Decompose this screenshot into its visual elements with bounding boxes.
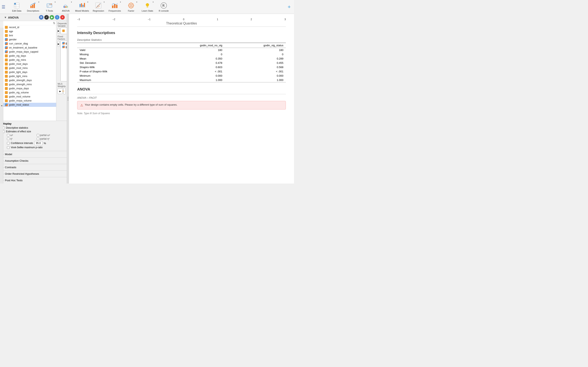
- post-hoc-header[interactable]: ▶ Post Hoc Tests: [0, 177, 67, 184]
- var-item[interactable]: age: [3, 29, 56, 33]
- toolbar-frequencies[interactable]: Frequencies ▼: [107, 0, 123, 13]
- table-cell-label: Shapiro-Wilk: [77, 65, 157, 69]
- regression-label: Regression: [93, 9, 104, 12]
- vovk-checkbox[interactable]: [7, 146, 9, 149]
- info-icon-btn[interactable]: i: [55, 15, 60, 20]
- intensity-descriptives-section: Intensity Descriptives Descriptive Stati…: [77, 31, 286, 82]
- dep-var-arrow-btn[interactable]: ▶: [58, 28, 60, 34]
- panel-title: ANOVA: [8, 16, 19, 19]
- var-item[interactable]: godin_strength_mins: [3, 82, 56, 86]
- col-header-1: godin_mod_no_vig: [157, 43, 225, 48]
- ci-value-input[interactable]: [34, 141, 43, 145]
- contrasts-section: ▶ Contrasts: [0, 164, 67, 170]
- var-item[interactable]: on_treatment_at_baseline: [3, 46, 56, 50]
- toolbar-r-console[interactable]: R R console: [156, 0, 172, 13]
- var-item[interactable]: godin_vig_mins: [3, 58, 56, 62]
- close-icon-btn[interactable]: ×: [60, 15, 65, 20]
- toolbar-t-tests[interactable]: t test × T-Tests ▼: [41, 0, 58, 13]
- hamburger-menu[interactable]: ☰: [2, 4, 5, 9]
- svg-text:R: R: [162, 4, 165, 7]
- svg-point-27: [98, 5, 99, 6]
- eta2-checkbox[interactable]: [7, 138, 9, 140]
- frequencies-arrow: ▼: [120, 1, 121, 3]
- assumption-checks-section: ▶ Assumption Checks: [0, 157, 67, 164]
- svg-rect-32: [114, 4, 115, 8]
- var-icon: [5, 42, 8, 45]
- wls-edit-icon[interactable]: ✏: [62, 90, 65, 93]
- sort-icon[interactable]: ⇅: [53, 21, 55, 25]
- toolbar-mixed-models[interactable]: Mixed Models ▼: [74, 0, 90, 13]
- var-item[interactable]: curr_cancer_diag: [3, 42, 56, 46]
- toolbar-regression[interactable]: Regression ▼: [90, 0, 107, 13]
- descriptive-stats-table-wrapper: Descriptive Statistics godin_mod_no_vig …: [77, 38, 286, 82]
- var-item[interactable]: godin_mvpa_days_capped: [3, 50, 56, 54]
- assumption-checks-title: Assumption Checks: [5, 159, 28, 162]
- toolbar-anova[interactable]: ANOVA ▼: [58, 0, 74, 13]
- frequencies-label: Frequencies: [109, 9, 121, 12]
- svg-point-46: [148, 4, 149, 5]
- fixed-factors-label: Fixed Factors: [58, 35, 66, 40]
- var-item[interactable]: record_id: [3, 25, 56, 29]
- var-item[interactable]: bmi: [3, 33, 56, 38]
- var-item[interactable]: godin_mvpa_volume: [3, 99, 56, 103]
- variable-list-items: record_idagebmigendercurr_cancer_diagon_…: [3, 25, 56, 107]
- table-cell-col1: 0: [157, 52, 225, 57]
- descriptives-label: Descriptives: [27, 9, 39, 12]
- model-title: Model: [5, 153, 12, 156]
- partial-omega2-checkbox[interactable]: [37, 134, 39, 136]
- model-header[interactable]: ▶ Model: [0, 151, 67, 157]
- var-item[interactable]: godin_mvpa_days: [3, 86, 56, 91]
- order-restricted-section: ▶ Order Restricted Hypotheses: [0, 170, 67, 177]
- mixed-models-arrow: ▼: [87, 1, 89, 3]
- toolbar-factor[interactable]: Factor ▼: [123, 0, 139, 13]
- order-restricted-header[interactable]: ▶ Order Restricted Hypotheses: [0, 171, 67, 177]
- var-item[interactable]: godin_mod_volume: [3, 95, 56, 99]
- svg-rect-7: [34, 4, 35, 8]
- assumption-checks-header[interactable]: ▶ Assumption Checks: [0, 158, 67, 164]
- left-expand-handle[interactable]: ◀: [0, 28, 3, 184]
- var-item[interactable]: godin_vig_volume: [3, 91, 56, 95]
- wls-row: ▶ ✏: [58, 88, 66, 94]
- mixed-models-icon: [78, 2, 86, 9]
- t-tests-label: T-Tests: [46, 9, 53, 12]
- ci-checkbox[interactable]: [7, 142, 9, 145]
- table-row: P-value of Shapiro-Wilk< .001< .001: [77, 69, 286, 74]
- r-icon-btn[interactable]: R: [39, 15, 43, 20]
- resize-handle[interactable]: [67, 14, 69, 184]
- var-item[interactable]: godin_light_mins: [3, 74, 56, 78]
- var-name: age: [9, 30, 13, 33]
- svg-point-38: [131, 2, 131, 3]
- partial-eta2-label: partial η²: [40, 137, 50, 140]
- axis-label-neg2: −2: [112, 18, 115, 21]
- var-item[interactable]: godin_vig_days: [3, 54, 56, 58]
- anova-error-box: ⚠ Your design contains empty cells. Plea…: [77, 101, 286, 109]
- fixed-factors-arrow-btn[interactable]: ▶: [58, 41, 60, 47]
- table-row: Minimum0.0000.000: [77, 74, 286, 78]
- toolbar-learn-stats[interactable]: Learn Stats ▼: [139, 0, 156, 13]
- var-name: godin_vig_days: [9, 54, 26, 57]
- var-item[interactable]: gender: [3, 38, 56, 42]
- axis-label-1: 1: [217, 18, 218, 21]
- run-icon-btn[interactable]: ▶: [50, 15, 54, 20]
- learn-stats-icon: [144, 2, 151, 9]
- add-button[interactable]: +: [286, 2, 292, 12]
- var-item[interactable]: godin_strength_days: [3, 78, 56, 82]
- var-item[interactable]: godin_mod_mins: [3, 66, 56, 70]
- var-icon: [5, 95, 8, 98]
- resize-dot-1: [68, 97, 68, 98]
- var-name: godin_mvpa_days: [9, 87, 29, 90]
- toolbar-edit-data[interactable]: Edit Data: [9, 0, 25, 13]
- var-item[interactable]: godin_light_days: [3, 70, 56, 74]
- fixed-factors-field: godin_mod_no_vig godin_vig_status: [61, 41, 67, 81]
- toolbar-descriptives[interactable]: Descriptives ▼: [25, 0, 41, 13]
- contrasts-header[interactable]: ▶ Contrasts: [0, 164, 67, 170]
- var-item[interactable]: godin_mod_status: [3, 103, 56, 107]
- omega2-checkbox[interactable]: [7, 134, 9, 136]
- partial-eta2-checkbox[interactable]: [37, 138, 39, 140]
- collapse-arrow[interactable]: ▼: [4, 16, 7, 19]
- axis-label-3: 3: [285, 18, 286, 21]
- var-name: godin_mod_volume: [9, 95, 30, 98]
- check-icon-btn[interactable]: ✓: [44, 15, 49, 20]
- var-item[interactable]: godin_mod_days: [3, 62, 56, 66]
- display-title: Display: [2, 122, 65, 125]
